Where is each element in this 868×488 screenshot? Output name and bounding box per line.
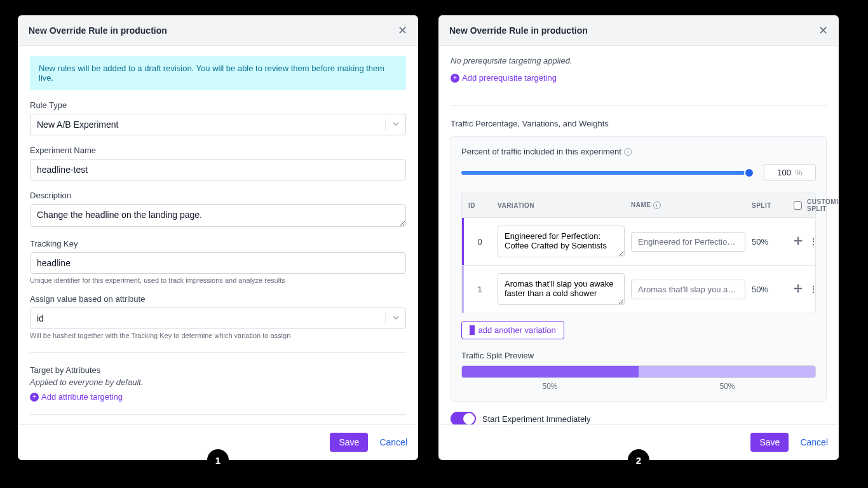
more-icon[interactable]: ⋮ [809,284,818,295]
add-variation-button[interactable]: + add another variation [461,321,564,339]
plus-icon: + [30,393,39,402]
traffic-split-preview-title: Traffic Split Preview [461,351,816,360]
variation-row: 0Engineered for Perfection: Coffee Craft… [461,218,816,266]
col-id: ID [468,202,491,209]
chevron-down-icon [385,313,400,323]
tracking-key-help: Unique identifier for this experiment, u… [30,276,406,284]
modal-body[interactable]: No prerequisite targeting applied. + Add… [439,46,838,424]
plus-icon: + [451,74,459,83]
preview-segment-label: 50% [461,382,639,391]
tracking-key-label: Tracking Key [30,239,406,248]
preview-segment [639,366,815,377]
modal-title: New Override Rule in production [29,25,167,36]
customize-split-checkbox[interactable] [794,201,802,210]
add-variation-label: add another variation [478,325,556,335]
rule-type-label: Rule Type [30,100,406,110]
add-prereq-targeting-button[interactable]: + Add prerequisite targeting [451,73,557,83]
add-attribute-targeting-label: Add attribute targeting [41,392,123,402]
more-icon[interactable]: ⋮ [809,236,818,247]
save-button[interactable]: Save [330,433,368,452]
divider [451,105,827,106]
experiment-name-input[interactable] [30,159,406,180]
rule-type-value: New A/B Experiment [30,114,406,135]
description-label: Description [30,191,406,200]
divider [30,414,406,415]
add-attribute-targeting-button[interactable]: + Add attribute targeting [30,392,123,402]
modal-header: New Override Rule in production ✕ [18,16,417,46]
experiment-name-label: Experiment Name [30,146,406,155]
traffic-section-title: Traffic Percentage, Variations, and Weig… [451,119,827,128]
percent-unit: % [795,168,803,177]
chevron-down-icon [385,119,400,130]
close-icon[interactable]: ✕ [398,25,407,36]
variation-value-input[interactable]: Engineered for Perfection: Coffee Crafte… [498,226,625,257]
variation-value-input[interactable]: Aromas that'll slap you awake faster tha… [498,273,625,305]
modal-header: New Override Rule in production ✕ [439,16,838,46]
traffic-slider[interactable] [461,171,754,175]
info-icon[interactable]: i [624,148,632,156]
variation-row: 1Aromas that'll slap you awake faster th… [461,266,816,313]
start-immediately-label: Start Experiment Immediately [482,414,591,424]
col-name: NAME i [631,201,745,210]
draft-revision-banner: New rules will be added to a draft revis… [30,56,406,90]
tracking-key-input[interactable] [30,252,406,274]
rule-type-select[interactable]: New A/B Experiment [30,114,406,135]
description-input[interactable]: Change the headline on the landing page. [30,204,406,227]
assign-attribute-label: Assign value based on attribute [30,294,406,304]
step-badge: 1 [207,449,229,471]
info-icon[interactable]: i [653,201,661,209]
assign-attribute-help: Will be hashed together with the Trackin… [30,332,406,339]
start-immediately-toggle[interactable] [451,412,476,424]
variation-split: 50% [752,285,787,294]
toggle-knob-icon [463,413,475,424]
traffic-slider-label: Percent of traffic included in this expe… [461,147,816,156]
cancel-button[interactable]: Cancel [800,437,828,447]
close-icon[interactable]: ✕ [818,25,828,36]
assign-attribute-select[interactable]: id [30,308,406,329]
variation-name-input[interactable] [631,232,745,252]
traffic-percent-input[interactable]: 100 % [764,164,816,181]
target-attributes-sub: Applied to everyone by default. [30,377,406,387]
col-split: SPLIT [752,202,787,209]
variation-split: 50% [752,237,787,247]
modal-body[interactable]: New rules will be added to a draft revis… [18,46,417,424]
col-customize: CUSTOMIZE SPLIT [807,198,838,212]
modal-new-override-rule-1: New Override Rule in production ✕ New ru… [18,15,418,460]
traffic-percent-value: 100 [777,168,791,177]
add-prereq-targeting-label: Add prerequisite targeting [462,73,557,83]
target-attributes-title: Target by Attributes [30,365,406,375]
preview-segment-label: 50% [639,382,816,391]
preview-segment [462,366,639,377]
modal-title: New Override Rule in production [449,25,588,36]
variation-id: 0 [468,237,491,247]
assign-attribute-value: id [30,308,406,329]
prereq-sub: No prerequisite targeting applied. [451,56,827,65]
cancel-button[interactable]: Cancel [379,437,407,447]
save-button[interactable]: Save [750,433,789,452]
slider-thumb-icon[interactable] [744,168,754,178]
move-icon[interactable] [794,284,803,295]
traffic-panel: Percent of traffic included in this expe… [451,136,827,402]
move-icon[interactable] [794,236,803,247]
variation-name-input[interactable] [631,280,745,299]
step-badge: 2 [628,449,649,471]
variations-table-header: ID VARIATION NAME i SPLIT CUSTOMIZE SPLI… [461,193,816,218]
traffic-split-preview-bar [461,365,816,378]
col-variation: VARIATION [498,202,625,209]
traffic-split-preview-labels: 50%50% [461,382,816,391]
plus-icon: + [470,325,475,335]
variation-id: 1 [468,285,491,294]
divider [30,352,406,353]
modal-new-override-rule-2: New Override Rule in production ✕ No pre… [438,15,839,460]
